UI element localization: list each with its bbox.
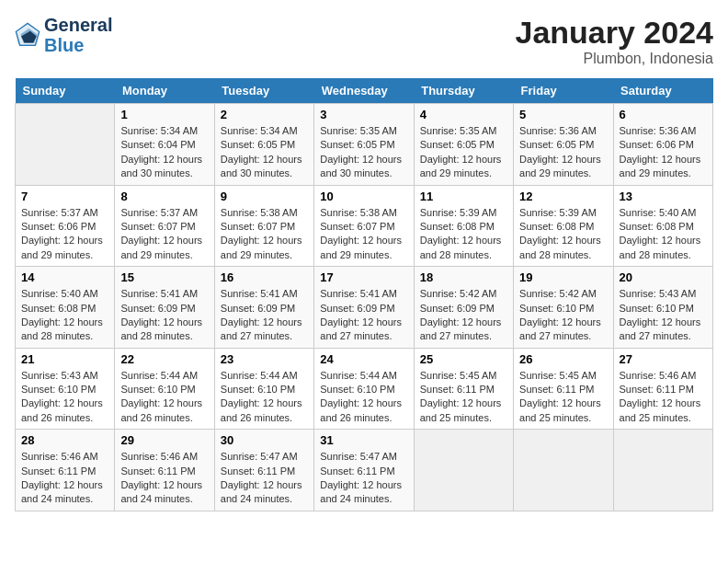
calendar-cell: 31Sunrise: 5:47 AMSunset: 6:11 PMDayligh…	[314, 430, 414, 511]
calendar-cell: 17Sunrise: 5:41 AMSunset: 6:09 PMDayligh…	[314, 267, 414, 349]
logo-icon	[15, 22, 40, 48]
cell-content: Sunrise: 5:45 AMSunset: 6:11 PMDaylight:…	[420, 369, 507, 426]
day-number: 21	[21, 352, 108, 366]
cell-content: Sunrise: 5:41 AMSunset: 6:09 PMDaylight:…	[221, 287, 308, 344]
calendar-header: SundayMondayTuesdayWednesdayThursdayFrid…	[16, 78, 713, 104]
cell-content: Sunrise: 5:44 AMSunset: 6:10 PMDaylight:…	[320, 369, 407, 426]
calendar-cell: 6Sunrise: 5:36 AMSunset: 6:06 PMDaylight…	[613, 104, 712, 186]
title-block: January 2024 Plumbon, Indonesia	[516, 15, 714, 67]
day-number: 11	[420, 190, 507, 203]
calendar-cell: 28Sunrise: 5:46 AMSunset: 6:11 PMDayligh…	[16, 430, 115, 511]
calendar-cell: 19Sunrise: 5:42 AMSunset: 6:10 PMDayligh…	[514, 267, 613, 349]
cell-content: Sunrise: 5:38 AMSunset: 6:07 PMDaylight:…	[320, 206, 407, 263]
calendar-cell: 7Sunrise: 5:37 AMSunset: 6:06 PMDaylight…	[16, 185, 115, 267]
calendar-cell: 27Sunrise: 5:46 AMSunset: 6:11 PMDayligh…	[613, 348, 712, 430]
cell-content: Sunrise: 5:45 AMSunset: 6:11 PMDaylight:…	[519, 369, 607, 426]
calendar-cell: 2Sunrise: 5:34 AMSunset: 6:05 PMDaylight…	[214, 104, 313, 186]
cell-content: Sunrise: 5:35 AMSunset: 6:05 PMDaylight:…	[320, 124, 407, 181]
weekday-header: Monday	[115, 78, 214, 104]
day-number: 22	[120, 352, 208, 366]
calendar-cell: 15Sunrise: 5:41 AMSunset: 6:09 PMDayligh…	[115, 267, 214, 349]
cell-content: Sunrise: 5:40 AMSunset: 6:08 PMDaylight:…	[620, 206, 707, 263]
calendar-cell: 1Sunrise: 5:34 AMSunset: 6:04 PMDaylight…	[115, 104, 214, 186]
calendar-cell: 13Sunrise: 5:40 AMSunset: 6:08 PMDayligh…	[613, 185, 712, 267]
calendar-cell	[414, 430, 513, 511]
calendar-cell: 23Sunrise: 5:44 AMSunset: 6:10 PMDayligh…	[214, 348, 313, 430]
day-number: 4	[420, 108, 507, 121]
day-number: 29	[120, 433, 208, 447]
cell-content: Sunrise: 5:37 AMSunset: 6:06 PMDaylight:…	[21, 206, 108, 263]
cell-content: Sunrise: 5:41 AMSunset: 6:09 PMDaylight:…	[120, 287, 208, 344]
calendar-week-row: 14Sunrise: 5:40 AMSunset: 6:08 PMDayligh…	[16, 267, 713, 349]
cell-content: Sunrise: 5:39 AMSunset: 6:08 PMDaylight:…	[519, 206, 607, 263]
cell-content: Sunrise: 5:46 AMSunset: 6:11 PMDaylight:…	[120, 450, 208, 507]
day-number: 31	[320, 433, 407, 447]
logo-text: General Blue	[44, 15, 112, 55]
cell-content: Sunrise: 5:35 AMSunset: 6:05 PMDaylight:…	[420, 124, 507, 181]
calendar-cell: 12Sunrise: 5:39 AMSunset: 6:08 PMDayligh…	[514, 185, 613, 267]
day-number: 17	[320, 270, 407, 284]
weekday-header: Sunday	[16, 78, 115, 104]
day-number: 30	[221, 433, 308, 447]
cell-content: Sunrise: 5:44 AMSunset: 6:10 PMDaylight:…	[120, 369, 208, 426]
day-number: 8	[120, 190, 208, 203]
day-number: 19	[519, 270, 607, 284]
weekday-header: Tuesday	[214, 78, 313, 104]
page-header: General Blue January 2024 Plumbon, Indon…	[15, 15, 713, 67]
day-number: 15	[120, 270, 208, 284]
day-number: 6	[620, 108, 707, 121]
cell-content: Sunrise: 5:43 AMSunset: 6:10 PMDaylight:…	[620, 287, 707, 344]
day-number: 28	[21, 433, 108, 447]
page-title: January 2024	[516, 15, 714, 51]
calendar-cell: 3Sunrise: 5:35 AMSunset: 6:05 PMDaylight…	[314, 104, 414, 186]
day-number: 1	[120, 108, 208, 121]
day-number: 20	[620, 270, 707, 284]
calendar-cell: 8Sunrise: 5:37 AMSunset: 6:07 PMDaylight…	[115, 185, 214, 267]
cell-content: Sunrise: 5:43 AMSunset: 6:10 PMDaylight:…	[21, 369, 108, 426]
cell-content: Sunrise: 5:40 AMSunset: 6:08 PMDaylight:…	[21, 287, 108, 344]
calendar-table: SundayMondayTuesdayWednesdayThursdayFrid…	[15, 78, 713, 511]
day-number: 5	[519, 108, 607, 121]
day-number: 2	[221, 108, 308, 121]
cell-content: Sunrise: 5:39 AMSunset: 6:08 PMDaylight:…	[420, 206, 507, 263]
cell-content: Sunrise: 5:36 AMSunset: 6:06 PMDaylight:…	[620, 124, 707, 181]
day-number: 26	[519, 352, 607, 366]
logo: General Blue	[15, 15, 112, 55]
day-number: 10	[320, 190, 407, 203]
calendar-cell: 30Sunrise: 5:47 AMSunset: 6:11 PMDayligh…	[214, 430, 313, 511]
cell-content: Sunrise: 5:41 AMSunset: 6:09 PMDaylight:…	[320, 287, 407, 344]
calendar-cell: 11Sunrise: 5:39 AMSunset: 6:08 PMDayligh…	[414, 185, 513, 267]
cell-content: Sunrise: 5:46 AMSunset: 6:11 PMDaylight:…	[620, 369, 707, 426]
day-number: 7	[21, 190, 108, 203]
day-number: 23	[221, 352, 308, 366]
page-subtitle: Plumbon, Indonesia	[516, 51, 714, 67]
day-number: 9	[221, 190, 308, 203]
calendar-cell: 24Sunrise: 5:44 AMSunset: 6:10 PMDayligh…	[314, 348, 414, 430]
day-number: 25	[420, 352, 507, 366]
cell-content: Sunrise: 5:42 AMSunset: 6:10 PMDaylight:…	[519, 287, 607, 344]
calendar-cell	[613, 430, 712, 511]
day-number: 27	[620, 352, 707, 366]
day-number: 3	[320, 108, 407, 121]
calendar-week-row: 7Sunrise: 5:37 AMSunset: 6:06 PMDaylight…	[16, 185, 713, 267]
cell-content: Sunrise: 5:44 AMSunset: 6:10 PMDaylight:…	[221, 369, 308, 426]
calendar-body: 1Sunrise: 5:34 AMSunset: 6:04 PMDaylight…	[16, 104, 713, 511]
day-number: 16	[221, 270, 308, 284]
calendar-cell: 25Sunrise: 5:45 AMSunset: 6:11 PMDayligh…	[414, 348, 513, 430]
calendar-cell: 29Sunrise: 5:46 AMSunset: 6:11 PMDayligh…	[115, 430, 214, 511]
day-number: 12	[519, 190, 607, 203]
cell-content: Sunrise: 5:46 AMSunset: 6:11 PMDaylight:…	[21, 450, 108, 507]
cell-content: Sunrise: 5:37 AMSunset: 6:07 PMDaylight:…	[120, 206, 208, 263]
day-number: 14	[21, 270, 108, 284]
calendar-cell	[16, 104, 115, 186]
day-number: 18	[420, 270, 507, 284]
calendar-cell: 20Sunrise: 5:43 AMSunset: 6:10 PMDayligh…	[613, 267, 712, 349]
calendar-cell	[514, 430, 613, 511]
calendar-cell: 4Sunrise: 5:35 AMSunset: 6:05 PMDaylight…	[414, 104, 513, 186]
calendar-cell: 18Sunrise: 5:42 AMSunset: 6:09 PMDayligh…	[414, 267, 513, 349]
cell-content: Sunrise: 5:34 AMSunset: 6:05 PMDaylight:…	[221, 124, 308, 181]
weekday-header: Thursday	[414, 78, 513, 104]
calendar-cell: 5Sunrise: 5:36 AMSunset: 6:05 PMDaylight…	[514, 104, 613, 186]
weekday-header: Wednesday	[314, 78, 414, 104]
calendar-cell: 10Sunrise: 5:38 AMSunset: 6:07 PMDayligh…	[314, 185, 414, 267]
